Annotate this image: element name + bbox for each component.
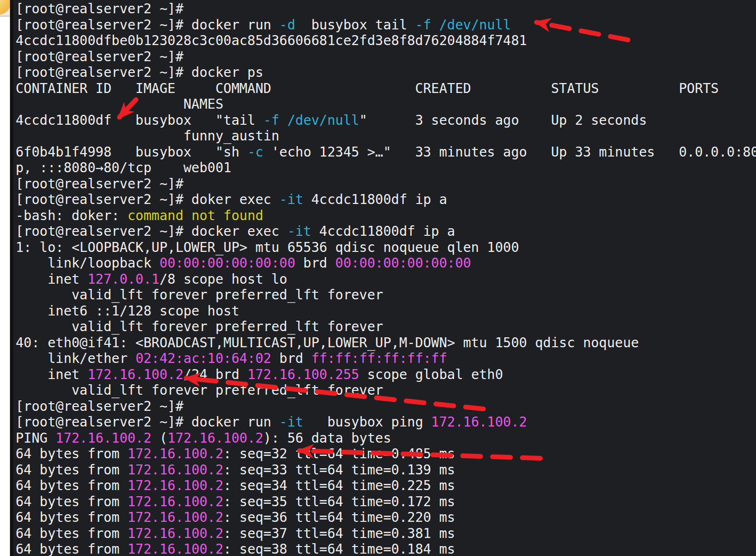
terminal-text-segment: : seq=38 ttl=64 time=0.184 ms [223, 541, 455, 556]
terminal-text-segment: 64 bytes from [16, 541, 128, 556]
terminal-text-segment: -it [279, 414, 303, 430]
terminal-text-segment: 172.16.100.2 [88, 367, 183, 382]
terminal-line: valid_lft forever preferred_lft forever [16, 287, 756, 303]
terminal-text-segment: : seq=36 ttl=64 time=0.220 ms [223, 510, 455, 525]
terminal-text-segment: : seq=37 ttl=64 time=0.381 ms [223, 526, 455, 541]
terminal-text-segment: ): 56 data bytes [264, 430, 392, 446]
terminal-text-segment: -it [279, 192, 303, 207]
terminal-text-segment: [root@realserver2 ~]# docker ps [16, 65, 264, 80]
terminal-line: 1: lo: <LOOPBACK,UP,LOWER_UP> mtu 65536 … [16, 240, 756, 256]
terminal-text-segment: 172.16.100.2 [128, 526, 223, 541]
terminal-text-segment: : seq=35 ttl=64 time=0.172 ms [223, 494, 455, 510]
terminal[interactable]: [root@realserver2 ~]# [root@realserver2 … [10, 0, 756, 556]
terminal-text-segment: [root@realserver2 ~]# docker exec [16, 223, 287, 239]
terminal-text-segment: /dev/null [439, 17, 511, 33]
terminal-line: PING 172.16.100.2 (172.16.100.2): 56 dat… [16, 430, 756, 446]
terminal-text-segment: 02:42:ac:10:64:02 [136, 351, 272, 366]
terminal-text-segment: inet [16, 367, 88, 382]
folder-icon [0, 0, 10, 15]
terminal-text-segment: /dev/null [287, 112, 359, 128]
terminal-line: link/loopback 00:00:00:00:00:00 brd 00:0… [16, 255, 756, 271]
terminal-line: 64 bytes from 172.16.100.2: seq=36 ttl=6… [16, 510, 756, 526]
terminal-text-segment: inet6 ::1/128 scope host [16, 303, 239, 319]
terminal-text-segment: 00:00:00:00:00:00 [335, 255, 471, 271]
terminal-text-segment: 64 bytes from [16, 526, 128, 541]
terminal-text-segment: " 3 seconds ago Up 2 seconds [359, 112, 647, 128]
terminal-text-segment: : seq=34 ttl=64 time=0.225 ms [223, 478, 455, 493]
terminal-line: -bash: doker: command not found [16, 208, 756, 224]
terminal-text-segment: [root@realserver2 ~]# [16, 49, 191, 65]
terminal-line: NAMES [16, 96, 756, 112]
terminal-text-segment: -it [287, 223, 311, 239]
terminal-text-segment: busybox ping [303, 414, 431, 430]
terminal-text-segment: 00:00:00:00:00:00 [159, 255, 295, 271]
terminal-line: 6f0b4b1f4998 busybox "sh -c 'echo 12345 … [16, 144, 756, 160]
terminal-text-segment: valid_lft forever preferred_lft forever [16, 382, 383, 398]
terminal-text-segment: valid_lft forever preferred_lft forever [16, 287, 383, 303]
terminal-line: 64 bytes from 172.16.100.2: seq=38 ttl=6… [16, 541, 756, 556]
terminal-line: 4ccdc11800df busybox "tail -f /dev/null"… [16, 112, 756, 129]
terminal-line: 64 bytes from 172.16.100.2: seq=35 ttl=6… [16, 494, 756, 510]
background-window-header [0, 0, 10, 17]
terminal-text-segment: 172.16.100.2 [128, 446, 223, 462]
terminal-text-segment: 64 bytes from [16, 478, 128, 493]
terminal-text-segment: [root@realserver2 ~]# docker run [16, 414, 279, 430]
terminal-line: [root@realserver2 ~]# [16, 1, 756, 17]
terminal-text-segment: ( [152, 430, 168, 446]
terminal-text-segment: p, :::8080→80/tcp web001 [16, 160, 231, 176]
terminal-text-segment: : seq=33 ttl=64 time=0.139 ms [223, 462, 455, 478]
terminal-text-segment: brd [271, 351, 311, 366]
terminal-line: [root@realserver2 ~]# docker run -d busy… [16, 17, 756, 33]
terminal-text-segment: ff:ff:ff:ff:ff:ff [311, 351, 447, 366]
terminal-text-segment: PING [16, 430, 55, 446]
terminal-line: link/ether 02:42:ac:10:64:02 brd ff:ff:f… [16, 351, 756, 367]
terminal-text-segment: 172.16.100.255 [247, 367, 359, 382]
terminal-text-segment: 4ccdc11800df busybox "tail [16, 112, 264, 128]
terminal-line: inet 172.16.100.2/24 brd 172.16.100.255 … [16, 367, 756, 383]
terminal-text-segment: -d [279, 17, 295, 33]
terminal-text-segment: 4ccdc11800df ip a [303, 192, 447, 207]
terminal-text-segment: 64 bytes from [16, 446, 128, 462]
terminal-text-segment: 172.16.100.2 [128, 478, 223, 493]
terminal-text-segment: /24 brd [183, 367, 247, 382]
terminal-text-segment: 172.16.100.2 [128, 462, 223, 478]
background-window-strip [0, 0, 10, 556]
terminal-line: 64 bytes from 172.16.100.2: seq=32 ttl=6… [16, 446, 756, 462]
terminal-text-segment: busybox tail [295, 17, 415, 33]
terminal-line: valid_lft forever preferred_lft forever [16, 382, 756, 398]
terminal-line: inet6 ::1/128 scope host [16, 303, 756, 319]
terminal-text-segment: -f [415, 17, 431, 33]
terminal-text-segment: inet [16, 271, 88, 287]
terminal-text-segment: CONTAINER ID IMAGE COMMAND CREATED STATU… [16, 81, 719, 96]
terminal-line: [root@realserver2 ~]# doker exec -it 4cc… [16, 192, 756, 208]
terminal-text-segment: 172.16.100.2 [128, 510, 223, 525]
terminal-text-segment: -c [247, 144, 264, 160]
terminal-text-segment: 64 bytes from [16, 510, 128, 525]
terminal-text-segment: 4ccdc11800df ip a [311, 223, 455, 239]
terminal-text-segment: 64 bytes from [16, 494, 128, 510]
terminal-line: [root@realserver2 ~]# [16, 398, 756, 415]
terminal-text-segment: /8 scope host lo [159, 271, 287, 287]
terminal-line: 64 bytes from 172.16.100.2: seq=37 ttl=6… [16, 526, 756, 542]
terminal-text-segment: [root@realserver2 ~]# [16, 176, 191, 192]
screenshot-root: { "colors": { "background": "#1e1f22", "… [0, 0, 756, 556]
terminal-line: 64 bytes from 172.16.100.2: seq=34 ttl=6… [16, 478, 756, 494]
terminal-line: p, :::8080→80/tcp web001 [16, 160, 756, 176]
terminal-text-segment: 172.16.100.2 [167, 430, 263, 446]
terminal-text-segment: [root@realserver2 ~]# [16, 398, 191, 414]
terminal-text-segment: [root@realserver2 ~]# [16, 1, 191, 17]
terminal-text-segment: 172.16.100.2 [128, 541, 223, 556]
terminal-text-segment: 172.16.100.2 [128, 494, 223, 510]
terminal-text-segment: 4ccdc11800dfbe0b123028c3c00ac85d36606681… [16, 33, 527, 48]
terminal-text-segment: command not found [128, 208, 264, 223]
terminal-text-segment: brd [295, 255, 335, 271]
terminal-line: [root@realserver2 ~]# docker exec -it 4c… [16, 223, 756, 240]
terminal-line: [root@realserver2 ~]# docker ps [16, 65, 756, 81]
terminal-line: [root@realserver2 ~]# docker run -it bus… [16, 414, 756, 430]
terminal-text-segment: 40: eth0@if41: <BROADCAST,MULTICAST,UP,L… [16, 335, 639, 351]
terminal-text-segment: -f [264, 112, 280, 128]
terminal-text-segment: 172.16.100.2 [431, 414, 527, 430]
terminal-text-segment [431, 17, 439, 33]
terminal-line: 40: eth0@if41: <BROADCAST,MULTICAST,UP,L… [16, 335, 756, 351]
terminal-text-segment: link/ether [16, 351, 136, 366]
